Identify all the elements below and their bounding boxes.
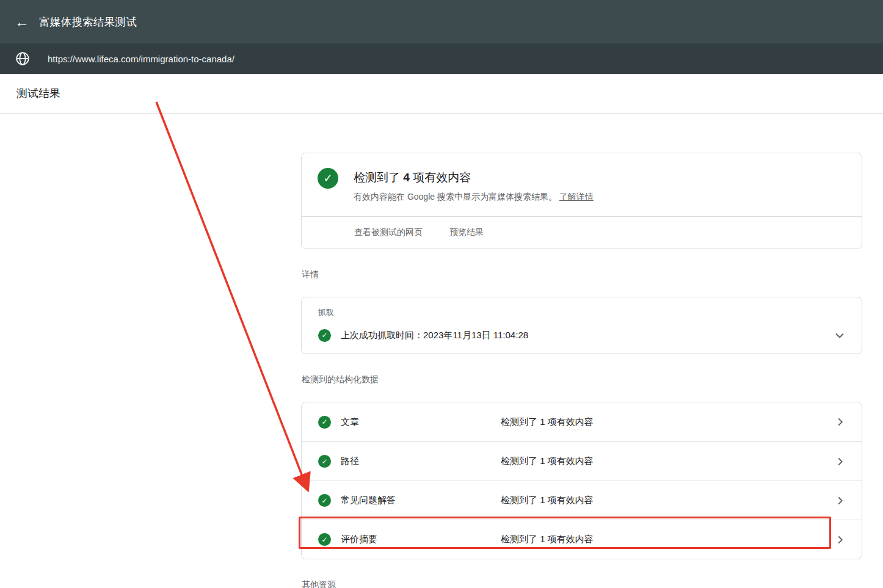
chevron-right-icon <box>834 415 847 429</box>
chevron-down-icon[interactable] <box>832 328 847 343</box>
summary-title-count: 4 <box>403 171 410 184</box>
main-content: ✓ 检测到了 4 项有效内容 有效内容能在 Google 搜索中显示为富媒体搜索… <box>301 153 862 588</box>
view-tested-page-link[interactable]: 查看被测试的网页 <box>354 227 423 238</box>
structured-data-row-breadcrumb[interactable]: ✓ 路径 检测到了 1 项有效内容 <box>302 441 862 481</box>
item-name: 文章 <box>341 416 501 428</box>
structured-data-row-faq[interactable]: ✓ 常见问题解答 检测到了 1 项有效内容 <box>302 481 862 520</box>
item-status: 检测到了 1 项有效内容 <box>501 416 834 428</box>
structured-data-card: ✓ 文章 检测到了 1 项有效内容 ✓ 路径 检测到了 1 项有效内容 ✓ 常见… <box>301 402 862 559</box>
chevron-right-icon <box>834 455 847 468</box>
learn-more-link[interactable]: 了解详情 <box>559 192 594 201</box>
item-status: 检测到了 1 项有效内容 <box>501 495 834 506</box>
item-status: 检测到了 1 项有效内容 <box>501 456 834 467</box>
structured-data-row-review-snippet[interactable]: ✓ 评价摘要 检测到了 1 项有效内容 <box>302 520 862 559</box>
crawl-card[interactable]: 抓取 ✓ 上次成功抓取时间：2023年11月13日 11:04:28 <box>301 297 862 354</box>
chevron-right-icon <box>834 494 847 507</box>
app-title: 富媒体搜索结果测试 <box>39 15 137 29</box>
item-check-icon: ✓ <box>318 416 331 429</box>
item-name: 评价摘要 <box>341 534 501 545</box>
item-status: 检测到了 1 项有效内容 <box>501 534 834 545</box>
summary-subtitle: 有效内容能在 Google 搜索中显示为富媒体搜索结果。 <box>354 192 557 201</box>
summary-title: 检测到了 4 项有效内容 <box>354 168 594 186</box>
details-label: 详情 <box>302 269 862 280</box>
tested-url: https://www.lifeca.com/immigration-to-ca… <box>48 54 234 64</box>
globe-icon <box>15 51 31 67</box>
preview-results-link[interactable]: 预览结果 <box>449 227 484 238</box>
item-check-icon: ✓ <box>318 494 331 507</box>
other-resources-label: 其他资源 <box>302 579 862 588</box>
item-check-icon: ✓ <box>318 533 331 546</box>
summary-title-suffix: 项有效内容 <box>410 171 471 184</box>
item-name: 路径 <box>341 456 501 467</box>
results-title: 测试结果 <box>16 86 60 101</box>
results-header: 测试结果 <box>0 74 883 114</box>
crawl-check-icon: ✓ <box>318 329 331 342</box>
back-button[interactable]: ← <box>15 15 39 29</box>
structured-data-label: 检测到的结构化数据 <box>302 374 862 385</box>
success-check-icon: ✓ <box>318 168 338 189</box>
chevron-right-icon <box>834 533 847 546</box>
item-name: 常见问题解答 <box>341 495 501 506</box>
crawl-last-success-time: 上次成功抓取时间：2023年11月13日 11:04:28 <box>341 330 832 341</box>
crawl-label: 抓取 <box>318 307 847 318</box>
app-header: ← 富媒体搜索结果测试 <box>0 0 883 43</box>
summary-actions: 查看被测试的网页 预览结果 <box>302 216 862 249</box>
item-check-icon: ✓ <box>318 455 331 468</box>
url-bar: https://www.lifeca.com/immigration-to-ca… <box>0 43 883 74</box>
summary-card: ✓ 检测到了 4 项有效内容 有效内容能在 Google 搜索中显示为富媒体搜索… <box>301 153 862 249</box>
structured-data-row-article[interactable]: ✓ 文章 检测到了 1 项有效内容 <box>302 402 862 441</box>
summary-title-prefix: 检测到了 <box>354 171 403 184</box>
